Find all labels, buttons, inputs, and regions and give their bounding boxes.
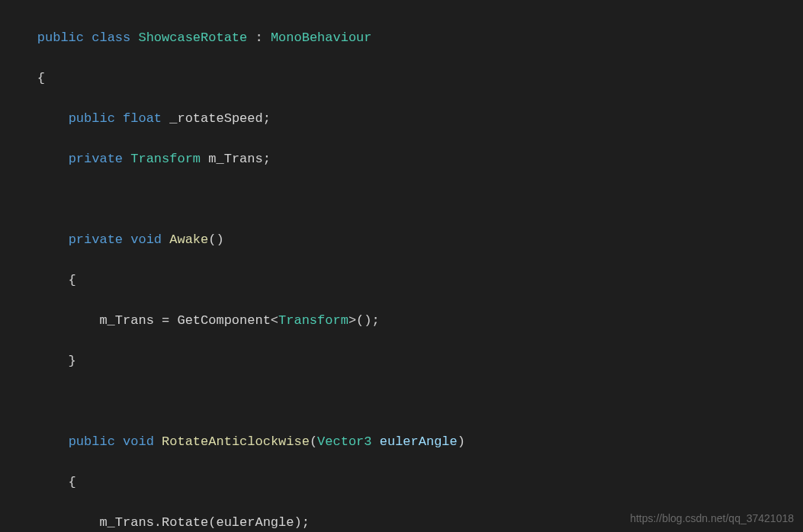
code-line: m_Trans = GetComponent<Transform>(); bbox=[6, 311, 803, 332]
keyword-private: private bbox=[69, 152, 123, 166]
paren-close: ) bbox=[458, 434, 465, 449]
type-float: float bbox=[123, 111, 162, 126]
base-class: MonoBehaviour bbox=[271, 30, 372, 45]
code-line bbox=[6, 190, 803, 210]
param-name: eulerAngle bbox=[372, 434, 458, 449]
keyword-class: class bbox=[92, 30, 130, 45]
keyword-public: public bbox=[37, 30, 84, 45]
keyword-void: void bbox=[123, 434, 154, 449]
code-line: { bbox=[6, 473, 803, 493]
statement-end: >(); bbox=[349, 313, 380, 328]
code-line: { bbox=[6, 271, 803, 291]
generic-type: Transform bbox=[278, 313, 349, 328]
paren-open: ( bbox=[310, 434, 317, 449]
type-transform: Transform bbox=[130, 152, 201, 166]
field-name: m_Trans; bbox=[201, 152, 271, 166]
class-name: ShowcaseRotate bbox=[138, 30, 247, 45]
statement: m_Trans = GetComponent< bbox=[99, 313, 278, 328]
method-name: Awake bbox=[169, 232, 208, 247]
keyword-void: void bbox=[130, 232, 162, 247]
code-line: public class ShowcaseRotate : MonoBehavi… bbox=[6, 28, 803, 49]
code-line: private Transform m_Trans; bbox=[6, 149, 803, 170]
watermark-text: https://blog.csdn.net/qq_37421018 bbox=[630, 512, 794, 524]
keyword-public: public bbox=[69, 434, 115, 449]
colon: : bbox=[247, 30, 271, 45]
code-editor: public class ShowcaseRotate : MonoBehavi… bbox=[0, 8, 803, 532]
field-name: _rotateSpeed; bbox=[162, 111, 271, 126]
code-line: private void Awake() bbox=[6, 230, 803, 251]
code-line bbox=[6, 392, 803, 412]
keyword-public: public bbox=[69, 111, 115, 126]
statement: m_Trans.Rotate(eulerAngle); bbox=[99, 515, 309, 530]
parens: () bbox=[208, 232, 223, 247]
code-line: { bbox=[6, 69, 803, 89]
param-type: Vector3 bbox=[317, 434, 371, 449]
keyword-private: private bbox=[69, 232, 123, 247]
code-line: public void RotateAnticlockwise(Vector3 … bbox=[6, 432, 803, 453]
method-name: RotateAnticlockwise bbox=[162, 434, 310, 449]
code-line: } bbox=[6, 351, 803, 372]
code-line: public float _rotateSpeed; bbox=[6, 109, 803, 130]
